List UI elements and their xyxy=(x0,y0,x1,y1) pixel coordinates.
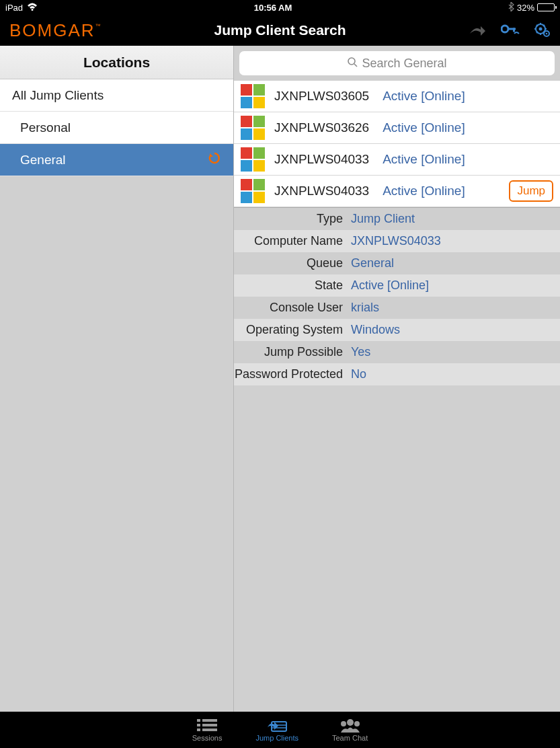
jump-clients-icon xyxy=(266,718,288,733)
tab-label: Sessions xyxy=(192,734,223,742)
list-icon xyxy=(197,718,217,733)
svg-point-26 xyxy=(347,719,354,726)
team-icon xyxy=(339,718,361,733)
search-input[interactable]: Search General xyxy=(239,51,555,75)
status-bar: iPad 10:56 AM 32% xyxy=(0,0,560,15)
svg-line-9 xyxy=(536,25,538,26)
svg-point-4 xyxy=(539,28,543,31)
windows-icon xyxy=(241,179,265,203)
forward-arrow-icon[interactable] xyxy=(469,24,486,36)
tab-sessions[interactable]: Sessions xyxy=(192,718,223,742)
detail-row: TypeJump Client xyxy=(234,208,560,230)
detail-row: Jump PossibleYes xyxy=(234,341,560,363)
detail-row: Computer NameJXNPLWS04033 xyxy=(234,230,560,252)
client-name: JXNPLWS04033 xyxy=(274,152,369,167)
windows-icon xyxy=(241,116,265,140)
key-icon[interactable] xyxy=(501,24,520,36)
sidebar-item-label: Personal xyxy=(20,120,71,135)
detail-row: Console Userkrials xyxy=(234,297,560,319)
detail-row: StateActive [Online] xyxy=(234,274,560,297)
device-label: iPad xyxy=(5,3,23,13)
wifi-icon xyxy=(27,3,38,13)
content-pane: Search General JXNPLWS03605 Active [Onli… xyxy=(234,46,560,712)
svg-rect-2 xyxy=(513,28,515,32)
client-name: JXNPLWS04033 xyxy=(274,184,369,198)
client-row[interactable]: JXNPLWS04033 Active [Online] xyxy=(234,144,560,176)
sidebar-header: Locations xyxy=(0,46,233,79)
svg-rect-19 xyxy=(197,724,200,726)
svg-rect-22 xyxy=(202,728,217,731)
svg-rect-17 xyxy=(197,719,200,722)
client-row[interactable]: JXNPLWS03626 Active [Online] xyxy=(234,112,560,144)
detail-row: Operating SystemWindows xyxy=(234,319,560,341)
client-name: JXNPLWS03605 xyxy=(274,89,369,104)
tab-team-chat[interactable]: Team Chat xyxy=(332,718,368,742)
tab-bar: Sessions Jump Clients Team Chat xyxy=(0,712,560,748)
sidebar-item-personal[interactable]: Personal xyxy=(0,112,233,144)
svg-line-11 xyxy=(536,32,538,33)
client-row[interactable]: JXNPLWS03605 Active [Online] xyxy=(234,81,560,112)
details-panel: TypeJump Client Computer NameJXNPLWS0403… xyxy=(234,207,560,385)
search-icon xyxy=(347,57,358,71)
detail-row: Password ProtectedNo xyxy=(234,363,560,385)
sidebar-item-general[interactable]: General xyxy=(0,144,233,176)
svg-rect-21 xyxy=(197,728,200,731)
jump-button[interactable]: Jump xyxy=(509,180,553,202)
svg-point-27 xyxy=(341,721,346,726)
svg-point-14 xyxy=(546,33,548,35)
brand-logo: BOMGAR™ xyxy=(9,20,102,41)
sidebar-item-label: General xyxy=(20,153,66,167)
nav-bar: BOMGAR™ Jump Client Search xyxy=(0,15,560,46)
sidebar: Locations All Jump Clients Personal Gene… xyxy=(0,46,234,712)
tab-label: Team Chat xyxy=(332,734,368,742)
client-status: Active [Online] xyxy=(383,120,465,135)
svg-rect-18 xyxy=(202,719,217,722)
svg-rect-20 xyxy=(202,724,217,726)
client-status: Active [Online] xyxy=(383,152,465,167)
windows-icon xyxy=(241,147,265,172)
client-row-selected[interactable]: JXNPLWS04033 Active [Online] Jump xyxy=(234,176,560,207)
windows-icon xyxy=(241,84,265,108)
svg-point-28 xyxy=(354,721,360,726)
gear-icon[interactable] xyxy=(534,23,551,38)
client-status: Active [Online] xyxy=(383,89,465,104)
svg-point-0 xyxy=(502,26,508,32)
tab-label: Jump Clients xyxy=(255,734,298,742)
client-status: Active [Online] xyxy=(383,184,465,198)
client-name: JXNPLWS03626 xyxy=(274,120,369,135)
battery-percent: 32% xyxy=(517,3,534,13)
svg-line-16 xyxy=(354,64,357,67)
clock: 10:56 AM xyxy=(38,3,508,13)
svg-line-12 xyxy=(543,25,545,26)
bluetooth-icon xyxy=(508,2,514,13)
battery-icon xyxy=(537,3,555,11)
sidebar-item-label: All Jump Clients xyxy=(12,88,104,103)
detail-row: QueueGeneral xyxy=(234,252,560,274)
sidebar-item-all[interactable]: All Jump Clients xyxy=(0,79,233,112)
tab-jump-clients[interactable]: Jump Clients xyxy=(255,718,298,742)
refresh-icon[interactable] xyxy=(208,151,221,168)
search-placeholder: Search General xyxy=(362,57,446,71)
svg-point-15 xyxy=(348,58,355,65)
